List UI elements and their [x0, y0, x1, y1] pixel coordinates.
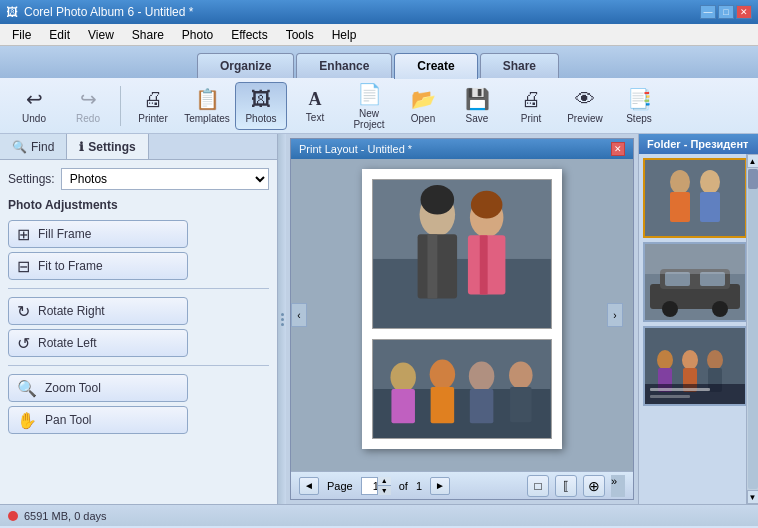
- pan-tool-button[interactable]: ✋ Pan Tool: [8, 406, 188, 434]
- thumbnail-item-3[interactable]: [643, 326, 746, 406]
- tab-share[interactable]: Share: [480, 53, 559, 78]
- svg-rect-41: [650, 388, 710, 391]
- steps-button[interactable]: 📑 Steps: [613, 82, 665, 130]
- fill-frame-icon: ⊞: [17, 225, 30, 244]
- open-icon: 📂: [411, 87, 436, 111]
- page-up-arrow[interactable]: ▲: [378, 477, 391, 486]
- left-panel: 🔍 Find ℹ Settings Settings: Photos Lands…: [0, 134, 278, 504]
- rotate-left-button[interactable]: ↺ Rotate Left: [8, 329, 188, 357]
- save-label: Save: [466, 113, 489, 124]
- nav-icon-1[interactable]: □: [527, 475, 549, 497]
- title-bar-controls: — □ ✕: [700, 5, 752, 19]
- settings-select[interactable]: Photos Landscape Portrait: [61, 168, 269, 190]
- new-project-label: New Project: [346, 108, 392, 130]
- templates-button[interactable]: 📋 Templates: [181, 82, 233, 130]
- separator-1: [8, 288, 269, 289]
- resize-dot: [281, 323, 284, 326]
- main-content: 🔍 Find ℹ Settings Settings: Photos Lands…: [0, 134, 758, 504]
- page-next-button[interactable]: ►: [430, 477, 450, 495]
- menu-edit[interactable]: Edit: [41, 26, 78, 44]
- app-icon: 🖼: [6, 5, 18, 19]
- close-button[interactable]: ✕: [736, 5, 752, 19]
- preview-button[interactable]: 👁 Preview: [559, 82, 611, 130]
- undo-label: Undo: [22, 113, 46, 124]
- thumbnail-item-2[interactable]: [643, 242, 746, 322]
- new-project-button[interactable]: 📄 New Project: [343, 82, 395, 130]
- scroll-track[interactable]: [748, 169, 758, 489]
- zoom-tool-button[interactable]: 🔍 Zoom Tool: [8, 374, 188, 402]
- undo-button[interactable]: ↩ Undo: [8, 82, 60, 130]
- menu-help[interactable]: Help: [324, 26, 365, 44]
- menu-file[interactable]: File: [4, 26, 39, 44]
- menu-photo[interactable]: Photo: [174, 26, 221, 44]
- printer-label: Printer: [138, 113, 167, 124]
- photos-button[interactable]: 🖼 Photos: [235, 82, 287, 130]
- page-prev-button[interactable]: ◄: [299, 477, 319, 495]
- resize-handle[interactable]: [278, 134, 286, 504]
- photo-slot-bottom[interactable]: [372, 339, 552, 439]
- of-label: of: [399, 480, 408, 492]
- text-button[interactable]: A Text: [289, 82, 341, 130]
- preview-label: Preview: [567, 113, 603, 124]
- center-area: Print Layout - Untitled * ✕ ‹: [286, 134, 638, 504]
- photo-adjustments-title: Photo Adjustments: [8, 198, 269, 212]
- settings-tab-icon: ℹ: [79, 140, 84, 154]
- settings-tab[interactable]: ℹ Settings: [67, 134, 148, 159]
- resize-dot: [281, 318, 284, 321]
- right-panel-scrollbar: ▲ ▼: [746, 154, 758, 504]
- svg-rect-19: [510, 387, 532, 422]
- redo-button[interactable]: ↪ Redo: [62, 82, 114, 130]
- photo-slot-top[interactable]: [372, 179, 552, 329]
- canvas-scroll-right[interactable]: ›: [607, 303, 623, 327]
- rotate-right-button[interactable]: ↻ Rotate Right: [8, 297, 188, 325]
- print-icon: 🖨: [521, 88, 541, 111]
- nav-icon-2[interactable]: ⟦: [555, 475, 577, 497]
- print-layout-close-button[interactable]: ✕: [611, 142, 625, 156]
- redo-label: Redo: [76, 113, 100, 124]
- zoom-tool-icon: 🔍: [17, 379, 37, 398]
- folder-title-text: Folder - Президент: [647, 138, 749, 150]
- page-down-arrow[interactable]: ▼: [378, 485, 391, 495]
- toolbar-sep-1: [120, 86, 121, 126]
- tab-create[interactable]: Create: [394, 53, 477, 79]
- scroll-up-arrow[interactable]: ▲: [747, 154, 759, 168]
- menu-tools[interactable]: Tools: [278, 26, 322, 44]
- svg-rect-40: [645, 384, 745, 404]
- save-button[interactable]: 💾 Save: [451, 82, 503, 130]
- print-button[interactable]: 🖨 Print: [505, 82, 557, 130]
- rotate-left-icon: ↺: [17, 334, 30, 353]
- fill-frame-button[interactable]: ⊞ Fill Frame: [8, 220, 188, 248]
- minimize-button[interactable]: —: [700, 5, 716, 19]
- zoom-in-button[interactable]: ⊕: [583, 475, 605, 497]
- svg-rect-7: [480, 235, 488, 294]
- menu-view[interactable]: View: [80, 26, 122, 44]
- rotate-left-label: Rotate Left: [38, 336, 97, 350]
- open-button[interactable]: 📂 Open: [397, 82, 449, 130]
- scroll-thumb[interactable]: [748, 169, 758, 189]
- find-tab-label: Find: [31, 140, 54, 154]
- svg-point-30: [662, 301, 678, 317]
- maximize-button[interactable]: □: [718, 5, 734, 19]
- svg-rect-17: [470, 389, 494, 423]
- fit-to-frame-label: Fit to Frame: [38, 259, 103, 273]
- svg-point-31: [712, 301, 728, 317]
- svg-point-23: [700, 170, 720, 194]
- total-pages: 1: [416, 480, 422, 492]
- scroll-down-arrow[interactable]: ▼: [747, 490, 759, 504]
- photo-top-content: [373, 180, 551, 328]
- photos-label: Photos: [245, 113, 276, 124]
- menu-effects[interactable]: Effects: [223, 26, 275, 44]
- svg-point-18: [509, 362, 533, 389]
- svg-rect-4: [427, 234, 437, 298]
- find-tab[interactable]: 🔍 Find: [0, 134, 67, 159]
- tab-organize[interactable]: Organize: [197, 53, 294, 78]
- svg-point-14: [430, 360, 455, 389]
- tab-enhance[interactable]: Enhance: [296, 53, 392, 78]
- nav-expand[interactable]: »: [611, 475, 625, 497]
- svg-rect-22: [670, 192, 690, 222]
- thumbnail-item-1[interactable]: [643, 158, 746, 238]
- canvas-scroll-left[interactable]: ‹: [291, 303, 307, 327]
- menu-share[interactable]: Share: [124, 26, 172, 44]
- printer-button[interactable]: 🖨 Printer: [127, 82, 179, 130]
- fit-to-frame-button[interactable]: ⊟ Fit to Frame: [8, 252, 188, 280]
